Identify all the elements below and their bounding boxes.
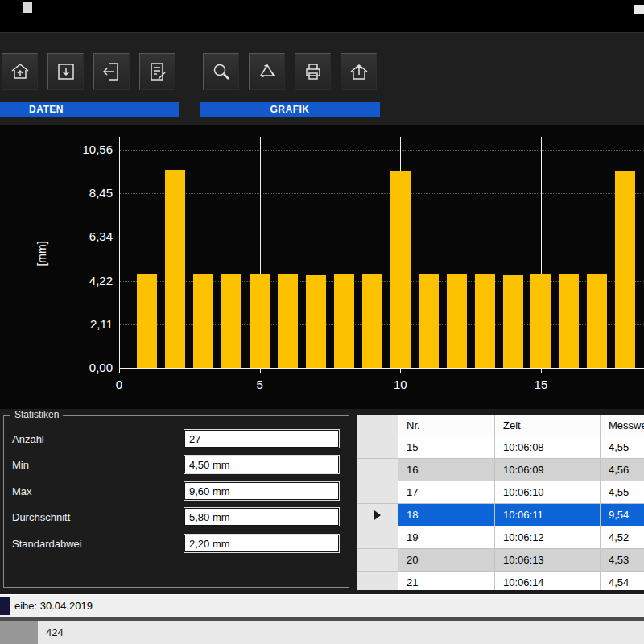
home-export-button[interactable] bbox=[341, 53, 377, 90]
export-icon bbox=[101, 61, 122, 82]
titlebar-control[interactable] bbox=[634, 5, 644, 14]
bar bbox=[559, 274, 579, 368]
messwert-cell: 4,55 bbox=[601, 481, 644, 504]
bar bbox=[390, 171, 411, 368]
nr-cell: 17 bbox=[398, 481, 495, 504]
bar bbox=[165, 170, 185, 368]
recycle-icon bbox=[257, 61, 278, 82]
nr-cell: 18 bbox=[398, 504, 495, 526]
search-button[interactable] bbox=[203, 53, 239, 90]
bar bbox=[362, 274, 382, 368]
zeit-cell: 10:06:12 bbox=[495, 526, 601, 549]
y-tick-label: 0,00 bbox=[64, 361, 113, 375]
toolbar: DATEN GRAFIK bbox=[0, 32, 644, 125]
column-header-messwert[interactable]: Messwert bbox=[601, 415, 644, 436]
x-tick-label: 10 bbox=[384, 378, 416, 392]
zeit-cell: 10:06:14 bbox=[495, 572, 601, 590]
nr-cell: 19 bbox=[398, 526, 495, 549]
v-gridline bbox=[119, 137, 120, 368]
max-field[interactable] bbox=[184, 482, 339, 500]
column-header-nr[interactable]: Nr. bbox=[398, 415, 495, 436]
row-selector[interactable] bbox=[357, 504, 398, 526]
nr-cell: 20 bbox=[398, 549, 495, 572]
save-button[interactable] bbox=[47, 53, 84, 90]
toolbar-group-grafik: GRAFIK bbox=[200, 102, 380, 117]
anzahl-label: Anzahl bbox=[12, 433, 44, 445]
report-icon bbox=[147, 61, 168, 82]
home-import-icon bbox=[10, 61, 31, 82]
x-axis-line bbox=[119, 368, 644, 369]
search-icon bbox=[211, 61, 232, 82]
report-button[interactable] bbox=[139, 53, 175, 90]
status-text: eihe: 30.04.2019 bbox=[14, 595, 93, 617]
nr-cell: 15 bbox=[398, 436, 495, 459]
zeit-cell: 10:06:13 bbox=[495, 549, 601, 572]
row-selector[interactable] bbox=[357, 549, 398, 572]
row-selector-header bbox=[357, 415, 398, 436]
statistics-panel: Statistiken Anzahl Min Max Durchschnitt … bbox=[3, 415, 349, 588]
print-button[interactable] bbox=[295, 53, 331, 90]
bottom-status-icon bbox=[0, 621, 38, 644]
table-row[interactable]: 2110:06:144,54 bbox=[357, 572, 644, 590]
row-selector[interactable] bbox=[357, 526, 398, 549]
messwert-cell: 4,55 bbox=[601, 436, 644, 459]
bar bbox=[447, 274, 467, 368]
chart: [mm] 0,002,114,226,348,4510,56051015 bbox=[0, 125, 644, 409]
nr-cell: 16 bbox=[398, 459, 495, 481]
table-row[interactable]: 2010:06:134,53 bbox=[357, 549, 644, 572]
min-field[interactable] bbox=[184, 456, 339, 473]
table-header: Nr.ZeitMesswert bbox=[357, 415, 644, 436]
durchschnitt-label: Durchschnitt bbox=[12, 511, 70, 523]
h-gridline bbox=[119, 193, 644, 194]
table-row[interactable]: 1710:06:104,55 bbox=[357, 481, 644, 504]
bottom-status-bar: 424 bbox=[0, 621, 644, 644]
table-row[interactable]: 1910:06:124,52 bbox=[357, 526, 644, 549]
y-tick-label: 8,45 bbox=[64, 186, 113, 200]
statistics-title: Statistiken bbox=[10, 409, 63, 420]
messwert-cell: 4,54 bbox=[601, 572, 644, 590]
min-label: Min bbox=[12, 459, 29, 471]
table-row[interactable]: 1510:06:084,55 bbox=[357, 436, 644, 459]
bar bbox=[334, 274, 354, 368]
bottom-status-text: 424 bbox=[46, 621, 64, 644]
table-row[interactable]: 1810:06:119,54 bbox=[357, 504, 644, 526]
messwert-cell: 4,53 bbox=[601, 549, 644, 572]
bottom-panels: Statistiken Anzahl Min Max Durchschnitt … bbox=[0, 409, 644, 594]
app-window: DATEN GRAFIK [mm] 0,002,114,226,348,4510… bbox=[0, 0, 644, 644]
save-icon bbox=[56, 61, 76, 82]
bar bbox=[419, 274, 439, 368]
anzahl-field[interactable] bbox=[184, 430, 339, 448]
x-tick-label: 15 bbox=[525, 378, 557, 392]
max-label: Max bbox=[12, 485, 32, 497]
data-table[interactable]: Nr.ZeitMesswert1510:06:084,551610:06:094… bbox=[357, 415, 644, 590]
bar bbox=[530, 274, 551, 368]
y-tick-label: 2,11 bbox=[64, 317, 113, 332]
column-header-zeit[interactable]: Zeit bbox=[495, 415, 601, 436]
nr-cell: 21 bbox=[398, 572, 495, 590]
bar bbox=[193, 274, 213, 368]
row-selector[interactable] bbox=[357, 459, 398, 481]
table-row[interactable]: 1610:06:094,56 bbox=[357, 459, 644, 481]
h-gridline bbox=[119, 150, 644, 151]
bar bbox=[503, 275, 523, 368]
home-import-button[interactable] bbox=[2, 53, 38, 90]
row-selector[interactable] bbox=[357, 436, 398, 459]
current-row-arrow-icon bbox=[374, 510, 381, 520]
y-tick-label: 4,22 bbox=[64, 274, 113, 288]
recycle-button[interactable] bbox=[249, 53, 285, 90]
bar bbox=[615, 171, 635, 368]
durchschnitt-field[interactable] bbox=[184, 508, 339, 526]
bar bbox=[221, 274, 242, 368]
messwert-cell: 9,54 bbox=[601, 504, 644, 526]
status-icon bbox=[0, 597, 10, 615]
standardabwei-label: Standardabwei bbox=[12, 538, 82, 550]
row-selector[interactable] bbox=[357, 481, 398, 504]
zeit-cell: 10:06:11 bbox=[495, 504, 601, 526]
standardabwei-field[interactable] bbox=[184, 535, 339, 552]
h-gridline bbox=[119, 237, 644, 237]
export-button[interactable] bbox=[93, 53, 130, 90]
home-export-icon bbox=[349, 61, 369, 82]
bar bbox=[278, 274, 298, 368]
row-selector[interactable] bbox=[357, 572, 398, 590]
bar bbox=[137, 274, 157, 368]
